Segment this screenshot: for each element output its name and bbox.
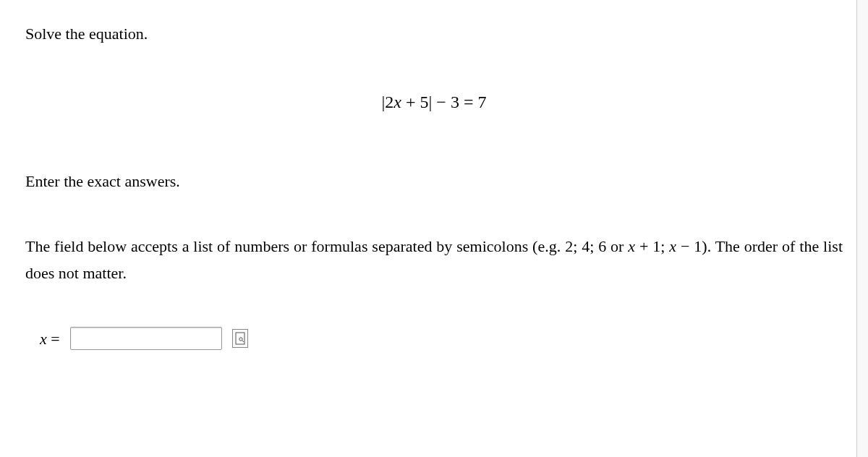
minus-sign: − [432,93,451,111]
input-format-hint: The field below accepts a list of number… [25,233,843,287]
enter-instruction: Enter the exact answers. [25,169,843,193]
answer-label: x = [40,327,60,351]
plus-sign: + [401,93,420,111]
hint-ex2-p4: − 1 [676,237,702,255]
equals-sign: = [459,93,478,111]
svg-rect-0 [236,333,244,344]
svg-line-2 [242,341,243,342]
constant-5: 5 [420,93,429,111]
rhs-7: 7 [477,93,486,111]
hint-example-1: 2; 4; 6 [565,237,606,255]
answer-variable: x [40,330,47,348]
hint-ex2-var2: x [669,237,676,255]
hint-or: or [606,237,628,255]
constant-3: 3 [451,93,459,111]
hint-ex2-p2: + 1; [635,237,669,255]
hint-ex2-var1: x [628,237,635,255]
hint-text-pre: The field below accepts a list of number… [25,237,565,255]
equation-display: |2x + 5| − 3 = 7 [25,89,843,115]
svg-point-1 [239,338,242,341]
problem-instruction: Solve the equation. [25,22,843,46]
preview-icon [235,332,245,345]
variable-x: x [393,93,401,111]
answer-equals: = [47,330,60,348]
answer-input[interactable] [70,327,222,350]
scrollbar[interactable] [856,0,868,372]
answer-row: x = [40,327,843,351]
coefficient: 2 [385,93,393,111]
equation-preview-button[interactable] [232,329,248,348]
